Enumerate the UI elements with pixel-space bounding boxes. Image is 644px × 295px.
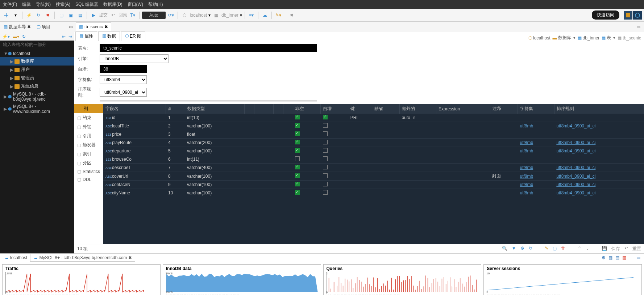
select-collation[interactable]: utf8mb4_0900_ai_c <box>100 88 147 97</box>
minimize-icon[interactable]: — <box>629 24 633 29</box>
select-engine[interactable]: InnoDB <box>100 54 169 63</box>
layout1-icon[interactable]: ▦ <box>608 255 612 260</box>
db-label[interactable]: db_inner <box>221 13 238 18</box>
close-icon[interactable]: ✖ <box>27 24 31 29</box>
close-icon[interactable]: ✖ <box>128 255 132 260</box>
bc-tables[interactable]: ▦表 <box>602 35 611 41</box>
table-row[interactable]: ABCcityName10varchar(100)utf8mbutf8mb4_0… <box>103 189 644 197</box>
bc-db[interactable]: ▦db_inner <box>578 35 600 41</box>
menu-item[interactable]: 窗口(W) <box>128 1 143 8</box>
column-header[interactable]: 缺省 <box>372 104 400 114</box>
list-icon[interactable]: ≡▾ <box>248 11 255 19</box>
sql-icon[interactable]: ▢ <box>57 11 65 19</box>
gear-icon[interactable]: ⚙ <box>602 255 606 260</box>
cancel-icon[interactable]: ✖ <box>288 11 296 19</box>
input-table-name[interactable] <box>100 44 317 52</box>
tree-item[interactable]: ▼⬢localhost <box>0 50 74 57</box>
side-item[interactable]: 列 <box>74 104 103 113</box>
collapse-icon[interactable]: ⇤ <box>62 34 66 39</box>
column-header[interactable]: # <box>166 104 185 114</box>
tree-item[interactable]: ▶管理员 <box>0 74 74 82</box>
edit-icon[interactable]: ✎ <box>545 246 548 252</box>
table-row[interactable]: 123id1int(10)PRIauto_ir <box>103 114 644 122</box>
column-header[interactable] <box>274 104 283 114</box>
subtab-data[interactable]: ▥数据 <box>98 31 120 41</box>
column-header[interactable] <box>254 104 264 114</box>
commit-icon[interactable]: ▶ <box>90 11 97 19</box>
column-header[interactable]: 自增 <box>321 104 348 114</box>
side-item[interactable]: ▢Statistics <box>74 168 103 176</box>
tab-db-nav[interactable]: ▦数据库导 ✖ <box>1 23 33 31</box>
layout3-icon[interactable]: ▥ <box>622 255 626 260</box>
quick-access[interactable]: 快速访问 <box>592 10 619 20</box>
down-icon[interactable]: ⌄ <box>586 246 589 252</box>
db-icon[interactable]: ▦ <box>212 11 220 19</box>
gear-icon[interactable]: ⚙ <box>520 246 524 252</box>
tree-item[interactable]: ▶⬢MySQL 8+ - cdb-b8oj8wyq.bj.tenc <box>0 90 74 103</box>
tree-item[interactable]: ▶系统信息 <box>0 82 74 90</box>
maximize-icon[interactable]: ▭ <box>69 24 73 29</box>
menu-item[interactable]: SQL 编辑器 <box>75 1 98 8</box>
menu-item[interactable]: 导航(N) <box>36 1 51 8</box>
bc-table[interactable]: ▦tb_scenic <box>618 35 641 41</box>
table-row[interactable]: ABCcoverUrl8varchar(100)封面utf8mbutf8mb4_… <box>103 172 644 181</box>
bc-host[interactable]: ⬡localhost <box>528 35 550 41</box>
filter-icon[interactable]: ▼ <box>512 246 516 252</box>
side-item[interactable]: ▢索引 <box>74 149 103 159</box>
refresh-icon[interactable]: ↻ <box>34 11 42 19</box>
host-label[interactable]: localhost <box>190 13 207 18</box>
minimize-icon[interactable]: — <box>62 24 67 29</box>
auto-mode[interactable]: Auto <box>142 12 166 19</box>
column-header[interactable]: 字段名 <box>103 104 166 114</box>
table-row[interactable]: 123browseCo6int(11) <box>103 155 644 164</box>
search-icon[interactable]: 🔍 <box>502 246 507 252</box>
column-header[interactable]: 键 <box>348 104 372 114</box>
rollback-icon[interactable]: ↶ <box>109 11 117 19</box>
column-header[interactable]: 数据类型 <box>185 104 245 114</box>
column-header[interactable]: 字符集 <box>518 104 554 114</box>
delete-icon[interactable]: 🗑 <box>561 246 565 252</box>
side-item[interactable]: ▢触发器 <box>74 140 103 149</box>
column-header[interactable] <box>283 104 293 114</box>
column-header[interactable]: 额外的 <box>400 104 436 114</box>
column-header[interactable]: 注释 <box>490 104 518 114</box>
table-row[interactable]: ABCcontaceN9varchar(100)utf8mbutf8mb4_09… <box>103 181 644 189</box>
column-header[interactable] <box>264 104 274 114</box>
side-item[interactable]: ▢分区 <box>74 159 103 168</box>
side-item[interactable]: ▢外键 <box>74 122 103 131</box>
sql2-icon[interactable]: ▣ <box>67 11 75 19</box>
table-row[interactable]: 123price3float <box>103 130 644 139</box>
link-icon[interactable]: ⇥ <box>68 34 72 39</box>
column-header[interactable]: 非空 <box>293 104 320 114</box>
menu-item[interactable]: 数据库(D) <box>103 1 122 8</box>
history-icon[interactable]: ⟳▾ <box>167 11 175 19</box>
btab-mysql8[interactable]: ☁MySQL 8+ - cdb-b8oj8wyq.bj.tencentcdb.c… <box>30 254 135 262</box>
tree-item[interactable]: ▶数据库 <box>0 57 74 66</box>
stop-icon[interactable]: ✖ <box>44 11 52 19</box>
maximize-icon[interactable]: ▭ <box>636 24 640 29</box>
host-icon[interactable]: ⬡ <box>180 11 188 19</box>
tree-item[interactable]: ▶⬢MySQL 8+ - www.houxinlin.com <box>0 103 74 115</box>
view-icon[interactable]: ▢ <box>553 246 557 252</box>
cloud-icon[interactable]: ☁ <box>261 11 269 19</box>
reset-icon[interactable]: ↶ <box>624 246 628 252</box>
menu-item[interactable]: 搜索(A) <box>56 1 70 8</box>
layout2-icon[interactable]: ▤ <box>615 255 619 260</box>
plug-icon[interactable]: ⚡ <box>25 11 33 19</box>
globe-icon[interactable] <box>633 11 642 20</box>
column-header[interactable]: Expression <box>436 104 490 114</box>
table-row[interactable]: ABCdeparture5varchar(100)utf8mbutf8mb4_0… <box>103 147 644 155</box>
dropdown-icon[interactable]: ▾ <box>12 11 20 19</box>
menu-item[interactable]: 帮助(H) <box>148 1 163 8</box>
sql3-icon[interactable]: ▤ <box>76 11 84 19</box>
tree-item[interactable]: ▶用户 <box>0 66 74 74</box>
close-icon[interactable]: ✖ <box>104 24 108 29</box>
bc-db-folder[interactable]: ▬数据库 <box>553 35 571 41</box>
tab-project[interactable]: ▢项目 <box>34 23 53 31</box>
subtab-er[interactable]: ⬡ER 图 <box>121 31 145 41</box>
menu-item[interactable]: 编辑 <box>22 1 31 8</box>
subtab-properties[interactable]: ▦属性 <box>75 31 97 41</box>
wand-icon[interactable]: ✎▾ <box>274 11 282 19</box>
side-item[interactable]: ▢约束 <box>74 113 103 122</box>
new-conn-icon[interactable]: ⚡▾ <box>2 34 10 39</box>
